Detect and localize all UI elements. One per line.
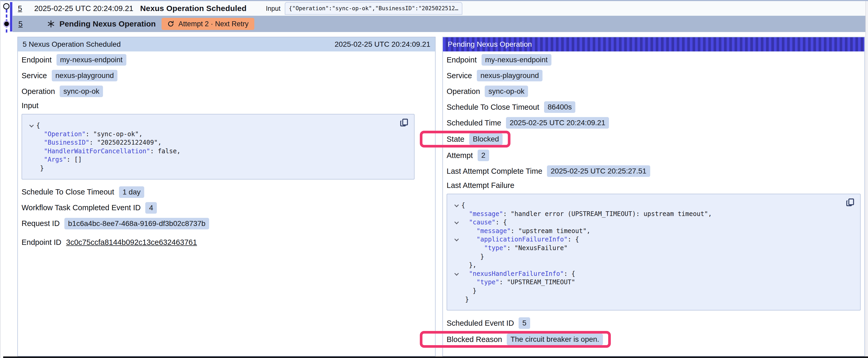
field-label: Attempt: [446, 151, 473, 160]
code-line-gutter: [454, 253, 461, 261]
field-value-link[interactable]: 3c0c75ccfa8144b092c13ce632463761: [66, 238, 197, 247]
code-line: "type": "UPSTREAM_TIMEOUT": [454, 278, 855, 287]
field-label: Endpoint: [446, 56, 477, 64]
field-row: Operationsync-op-ok: [22, 86, 431, 97]
code-text: "applicationFailureInfo": {: [461, 235, 579, 244]
input-label: Input: [266, 5, 281, 12]
field-value-chip: nexus-playground: [52, 70, 118, 82]
code-text: {: [461, 201, 465, 210]
field-label: State: [446, 135, 464, 143]
code-text: "message": "upstream timeout",: [461, 227, 590, 235]
event-id-link[interactable]: 5: [19, 20, 23, 28]
field-value-chip: Blocked: [469, 133, 503, 145]
event-row-pending-nexus-operation[interactable]: 5 Pending Nexus Operation Attempt 2 · Ne…: [12, 16, 865, 32]
code-line-gutter: [29, 121, 36, 130]
code-text: "nexusHandlerFailureInfo": {: [461, 269, 575, 278]
code-line: "BusinessID": "20250225122409",: [29, 138, 409, 147]
field-value-chip: nexus-playground: [477, 70, 543, 82]
field-value-chip: my-nexus-endpoint: [57, 54, 126, 66]
code-line: "cause": {: [454, 218, 855, 227]
code-line-gutter: [454, 295, 461, 304]
field-label: Operation: [446, 87, 480, 96]
event-id-link[interactable]: 5: [18, 4, 22, 13]
input-preview-chip[interactable]: {"Operation":"sync-op-ok","BusinessID":"…: [285, 2, 463, 15]
code-text: {: [36, 121, 40, 130]
field-value-chip: sync-op-ok: [485, 86, 528, 97]
code-line: }: [29, 164, 409, 173]
vertical-scrollbar[interactable]: [865, 1, 868, 356]
chevron-down-icon[interactable]: [455, 203, 459, 207]
pending-nexus-operation-panel: Pending Nexus Operation Endpointmy-nexus…: [442, 37, 865, 356]
pink-highlight-annotation: Blocked ReasonThe circuit breaker is ope…: [420, 331, 611, 348]
field-row: Blocked ReasonThe circuit breaker is ope…: [446, 331, 860, 348]
field-value-chip: my-nexus-endpoint: [482, 54, 552, 66]
code-text: }: [461, 287, 476, 295]
code-line: "Operation": "sync-op-ok",: [29, 130, 409, 138]
event-row-nexus-operation-scheduled[interactable]: 5 2025-02-25 UTC 20:24:09.21 Nexus Opera…: [12, 1, 865, 16]
chevron-down-icon[interactable]: [455, 271, 459, 275]
code-line-gutter: [29, 138, 36, 147]
chevron-down-icon[interactable]: [455, 237, 459, 241]
code-text: }: [36, 164, 44, 173]
copy-icon[interactable]: [846, 198, 855, 207]
filled-dot-icon: [3, 21, 10, 27]
field-row: Attempt2: [446, 150, 860, 161]
panel-timestamp: 2025-02-25 UTC 20:24:09.21: [335, 40, 430, 48]
field-row: Scheduled Time2025-02-25 UTC 20:24:09.21: [446, 117, 860, 129]
field-label: Scheduled Event ID: [446, 319, 514, 328]
field-value-chip: 4: [145, 202, 157, 214]
last-attempt-failure-label: Last Attempt Failure: [446, 181, 860, 192]
code-line-gutter: [454, 261, 461, 269]
code-line: "type": "NexusFailure": [454, 244, 855, 253]
field-value-chip: 1 day: [119, 186, 145, 198]
event-rows: 5 2025-02-25 UTC 20:24:09.21 Nexus Opera…: [1, 1, 865, 32]
field-value-chip: 5: [519, 317, 530, 329]
copy-icon[interactable]: [400, 118, 409, 127]
code-text: }: [461, 295, 469, 304]
field-row: StateBlocked: [446, 131, 860, 148]
code-line-gutter: [454, 278, 461, 287]
window-bottom-edge: [3, 356, 868, 358]
input-json-code-block: { "Operation": "sync-op-ok", "BusinessID…: [22, 114, 414, 180]
failure-json-code-block: { "message": "handler error (UPSTREAM_TI…: [446, 194, 861, 311]
field-value-chip: 86400s: [544, 101, 576, 113]
code-line: "message": "handler error (UPSTREAM_TIME…: [454, 210, 855, 218]
field-label: Last Attempt Complete Time: [446, 167, 542, 175]
panel-title: 5 Nexus Operation Scheduled: [23, 40, 121, 48]
code-line-gutter: [454, 227, 461, 235]
code-text: }: [461, 253, 484, 261]
field-label: Endpoint: [22, 56, 52, 64]
scheduled-event-detail-panel: 5 Nexus Operation Scheduled 2025-02-25 U…: [17, 37, 436, 356]
chevron-down-icon[interactable]: [455, 220, 459, 224]
field-row: Servicenexus-playground: [22, 70, 431, 82]
scheduled-panel-header: 5 Nexus Operation Scheduled 2025-02-25 U…: [18, 37, 435, 52]
field-row: Schedule To Close Timeout86400s: [446, 101, 860, 113]
field-label: Request ID: [22, 219, 60, 228]
code-line-gutter: [454, 218, 461, 227]
code-line-gutter: [29, 155, 36, 164]
code-line: "HandlerWaitForCancellation": false,: [29, 147, 409, 156]
retry-status-badge: Attempt 2 · Next Retry: [161, 18, 254, 30]
field-row: Endpointmy-nexus-endpoint: [22, 54, 431, 66]
code-text: "HandlerWaitForCancellation": false,: [36, 147, 181, 156]
code-line-gutter: [454, 287, 461, 295]
code-text: },: [461, 261, 476, 269]
pending-panel-body: Endpointmy-nexus-endpointServicenexus-pl…: [443, 52, 864, 348]
field-value-chip: 2: [477, 150, 489, 161]
field-row: Last Attempt Complete Time2025-02-25 UTC…: [446, 165, 860, 177]
code-line-gutter: [454, 244, 461, 253]
code-line: "Args": []: [29, 155, 409, 164]
pending-event-title: Pending Nexus Operation: [59, 20, 156, 28]
field-label: Schedule To Close Timeout: [446, 103, 539, 111]
code-line-gutter: [29, 164, 36, 173]
event-timestamp: 2025-02-25 UTC 20:24:09.21: [34, 4, 133, 13]
field-label: Schedule To Close Timeout: [22, 188, 114, 196]
chevron-down-icon[interactable]: [29, 123, 34, 128]
field-row: Servicenexus-playground: [446, 70, 860, 82]
code-text: "Operation": "sync-op-ok",: [36, 130, 143, 138]
field-row: Operationsync-op-ok: [446, 86, 860, 97]
field-row: Schedule To Close Timeout1 day: [22, 186, 431, 198]
pending-panel-header: Pending Nexus Operation: [443, 37, 864, 52]
field-value-chip: sync-op-ok: [60, 86, 103, 97]
panel-title: Pending Nexus Operation: [448, 40, 532, 48]
